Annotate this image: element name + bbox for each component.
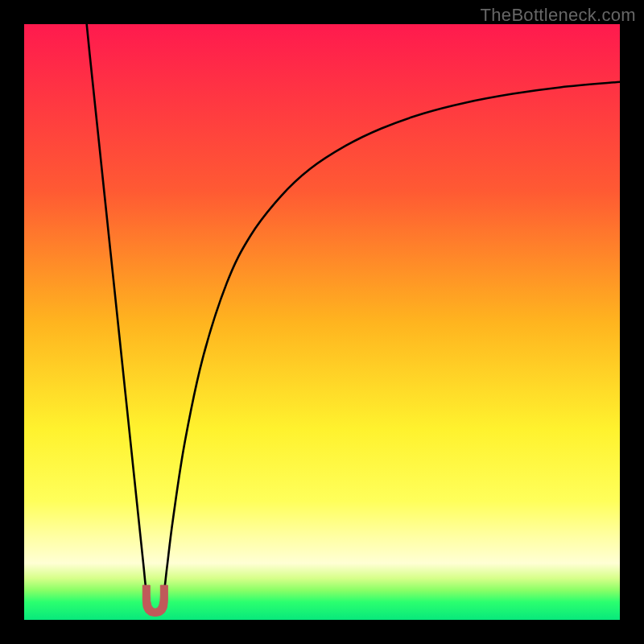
chart-svg xyxy=(24,24,620,620)
plot-area xyxy=(24,24,620,620)
chart-frame: TheBottleneck.com xyxy=(0,0,644,644)
watermark-text: TheBottleneck.com xyxy=(481,5,636,26)
gradient-background xyxy=(24,24,620,620)
